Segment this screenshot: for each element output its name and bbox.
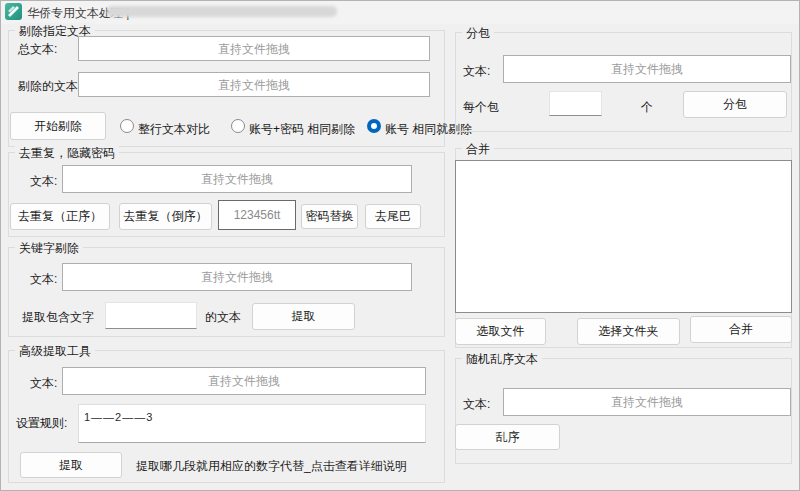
dedupe-desc-button[interactable]: 去重复（倒序） xyxy=(119,203,212,230)
title-bar: 华侨专用文本处理 | xyxy=(0,0,800,24)
dedupe-asc-button[interactable]: 去重复（正序） xyxy=(10,203,110,230)
password-replace-button[interactable]: 密码替换 xyxy=(301,204,358,229)
app-icon xyxy=(5,3,22,20)
extract-keyword-input[interactable] xyxy=(105,302,197,329)
radio-account-password-same[interactable] xyxy=(231,119,245,133)
advanced-extract-button[interactable]: 提取 xyxy=(20,452,122,478)
remove-tail-button[interactable]: 去尾巴 xyxy=(365,204,421,229)
radio-account-password-same-label[interactable]: 账号+密码 相同剔除 xyxy=(249,121,355,138)
dedupe-text-input[interactable] xyxy=(62,165,412,193)
group-dedupe-title: 去重复，隐藏密码 xyxy=(15,145,119,162)
radio-account-same[interactable] xyxy=(367,119,381,133)
shuffle-text-label: 文本: xyxy=(463,396,490,413)
radio-whole-line-compare[interactable] xyxy=(120,119,134,133)
radio-whole-line-compare-label[interactable]: 整行文本对比 xyxy=(138,121,210,138)
start-remove-button[interactable]: 开始剔除 xyxy=(10,112,106,140)
split-text-input[interactable] xyxy=(503,55,791,83)
removed-text-label: 剔除的文本: xyxy=(18,78,81,95)
pick-folder-button[interactable]: 选择文件夹 xyxy=(577,318,680,345)
password-pattern-input[interactable] xyxy=(218,200,296,230)
dedupe-text-label: 文本: xyxy=(30,173,57,190)
advanced-text-input[interactable] xyxy=(62,367,426,395)
rule-input[interactable] xyxy=(78,404,426,443)
extract-contains-label: 提取包含文字 xyxy=(22,309,94,326)
per-pack-unit-label: 个 xyxy=(641,99,653,116)
keyword-extract-button[interactable]: 提取 xyxy=(252,303,355,330)
merge-button[interactable]: 合并 xyxy=(690,316,792,343)
shuffle-text-input[interactable] xyxy=(503,388,791,416)
split-text-label: 文本: xyxy=(463,63,490,80)
pick-files-button[interactable]: 选取文件 xyxy=(455,318,546,345)
total-text-label: 总文本: xyxy=(18,41,57,58)
title-redacted-blur xyxy=(107,6,337,17)
keyword-text-input[interactable] xyxy=(62,263,412,291)
keyword-text-label: 文本: xyxy=(30,271,57,288)
group-keyword-remove-title: 关键字剔除 xyxy=(15,240,83,257)
extract-suffix-label: 的文本 xyxy=(205,309,241,326)
per-pack-label: 每个包 xyxy=(463,99,499,116)
total-text-input[interactable] xyxy=(78,36,430,61)
group-merge-title: 合并 xyxy=(462,141,494,158)
merge-file-list[interactable] xyxy=(455,160,792,313)
rule-hint-link[interactable]: 提取哪几段就用相应的数字代替_点击查看详细说明 xyxy=(136,458,407,475)
group-shuffle-title: 随机乱序文本 xyxy=(462,351,542,368)
group-advanced-extract-title: 高级提取工具 xyxy=(15,343,95,360)
removed-text-input[interactable] xyxy=(78,72,430,97)
advanced-text-label: 文本: xyxy=(30,375,57,392)
group-split-pack-title: 分包 xyxy=(462,25,494,42)
rule-label: 设置规则: xyxy=(16,415,67,432)
per-pack-count-input[interactable] xyxy=(549,91,602,116)
shuffle-button[interactable]: 乱序 xyxy=(455,424,560,450)
split-pack-button[interactable]: 分包 xyxy=(683,91,787,118)
